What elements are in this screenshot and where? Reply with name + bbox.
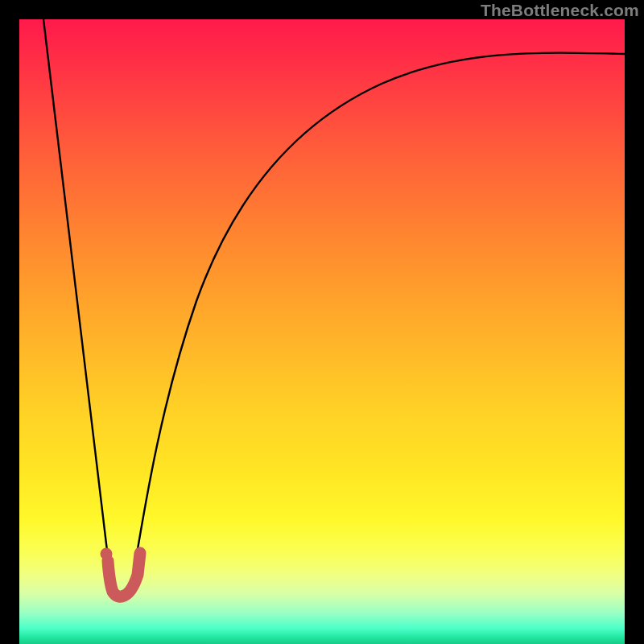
bottom-hook-dot <box>101 548 113 560</box>
left-falling-line <box>43 19 112 591</box>
chart-plot-area <box>19 19 625 644</box>
rising-curve <box>131 53 625 588</box>
attribution-label: TheBottleneck.com <box>481 1 639 20</box>
curve-overlay <box>19 19 625 644</box>
bottom-hook-marker <box>108 553 140 597</box>
